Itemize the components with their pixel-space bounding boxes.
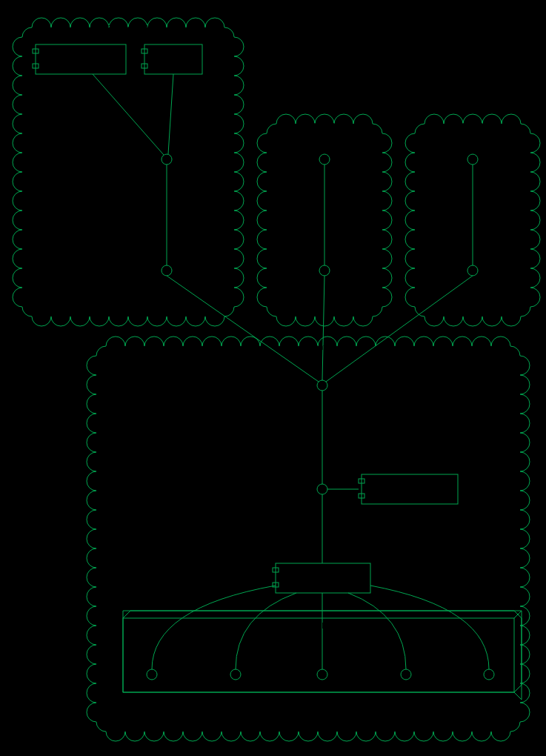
agent-endpoint-interface bbox=[317, 484, 327, 494]
svg-text:Data Model (SDM): Data Model (SDM) bbox=[368, 489, 448, 500]
svg-text:Agent: Agent bbox=[296, 498, 322, 509]
service-elements-title: Service Elements bbox=[287, 621, 350, 630]
svg-text:Protocol(s) (MTP): Protocol(s) (MTP) bbox=[284, 405, 360, 416]
svg-text:Managed: Managed bbox=[467, 691, 507, 702]
controller-a-mtp-label: Message Transfer bbox=[128, 282, 206, 293]
svg-text:Controller: Controller bbox=[452, 168, 494, 179]
application-policy-logic-box: Application/Policy Logic bbox=[33, 44, 126, 74]
controller-b-mtp-interface bbox=[319, 265, 330, 276]
controller-c-title: Controller C bbox=[451, 120, 495, 129]
svg-line-13 bbox=[93, 74, 164, 155]
instantiated-data-model-box: Instantiated Data Model (IDM) bbox=[273, 563, 370, 593]
controller-a-endpoint-label: Controller bbox=[147, 168, 189, 179]
svg-text:Database: Database bbox=[150, 59, 192, 70]
proxied-elements-interface bbox=[230, 669, 241, 680]
svg-text:Services: Services bbox=[467, 703, 504, 714]
svg-text:Elements: Elements bbox=[217, 703, 258, 714]
svg-text:Controller: Controller bbox=[133, 703, 176, 714]
svg-text:Endpoint: Endpoint bbox=[296, 510, 335, 521]
controller-a-title: Controller A bbox=[107, 24, 150, 33]
svg-text:Protocol(s) (MTP): Protocol(s) (MTP) bbox=[433, 294, 510, 305]
agent-title: Agent bbox=[304, 342, 326, 351]
svg-text:Application/Policy: Application/Policy bbox=[41, 47, 117, 59]
svg-text:Protocol(s) (MTP): Protocol(s) (MTP) bbox=[285, 294, 362, 305]
svg-line-48 bbox=[123, 611, 130, 618]
svg-text:Controller: Controller bbox=[304, 168, 346, 179]
controller-b-title: Controller B bbox=[303, 120, 346, 129]
agent-cloud: Agent Message Transfer Protocol(s) (MTP)… bbox=[87, 336, 530, 741]
controller-c-cloud: Controller C Controller Endpoint Message… bbox=[405, 114, 540, 326]
svg-text:Endpoint: Endpoint bbox=[147, 179, 185, 190]
svg-line-50 bbox=[514, 685, 522, 692]
managed-services-interface bbox=[484, 669, 494, 680]
network-interfaces-interface bbox=[317, 669, 327, 680]
proxied-controller-interface bbox=[147, 669, 157, 680]
svg-text:Message Transfer: Message Transfer bbox=[433, 282, 511, 293]
svg-text:Logic: Logic bbox=[41, 59, 65, 70]
svg-text:Protocol(s) (MTP): Protocol(s) (MTP) bbox=[128, 294, 204, 305]
controller-b-endpoint-interface bbox=[319, 154, 330, 165]
controller-a-endpoint-interface bbox=[162, 154, 172, 165]
controller-a-cloud: Controller A Application/Policy Logic Ag… bbox=[13, 18, 244, 326]
svg-text:Supported: Supported bbox=[368, 477, 413, 488]
software-modules-interface bbox=[401, 669, 411, 680]
controller-a-mtp-interface bbox=[162, 265, 172, 276]
svg-text:Instantiated: Instantiated bbox=[282, 566, 332, 577]
svg-text:Data Model (IDM): Data Model (IDM) bbox=[282, 578, 359, 589]
svg-text:Network: Network bbox=[302, 691, 338, 702]
agent-database-box: Agent Database bbox=[142, 44, 202, 74]
agent-mtp-interface bbox=[317, 380, 327, 391]
svg-text:Agent: Agent bbox=[150, 47, 176, 59]
svg-text:Proxied: Proxied bbox=[217, 691, 250, 702]
supported-data-model-box: Supported Data Model (SDM) bbox=[359, 474, 458, 504]
svg-text:Endpoint: Endpoint bbox=[304, 179, 342, 190]
svg-text:Modules: Modules bbox=[386, 703, 423, 714]
controller-c-mtp-interface bbox=[467, 265, 478, 276]
svg-text:Endpoint: Endpoint bbox=[452, 179, 490, 190]
svg-text:Interfaces: Interfaces bbox=[302, 703, 345, 714]
controller-b-cloud: Controller B Controller Endpoint Message… bbox=[257, 114, 392, 326]
svg-text:Software: Software bbox=[386, 691, 424, 702]
svg-text:Proxied: Proxied bbox=[133, 691, 166, 702]
controller-c-endpoint-interface bbox=[467, 154, 478, 165]
svg-line-14 bbox=[168, 74, 173, 154]
